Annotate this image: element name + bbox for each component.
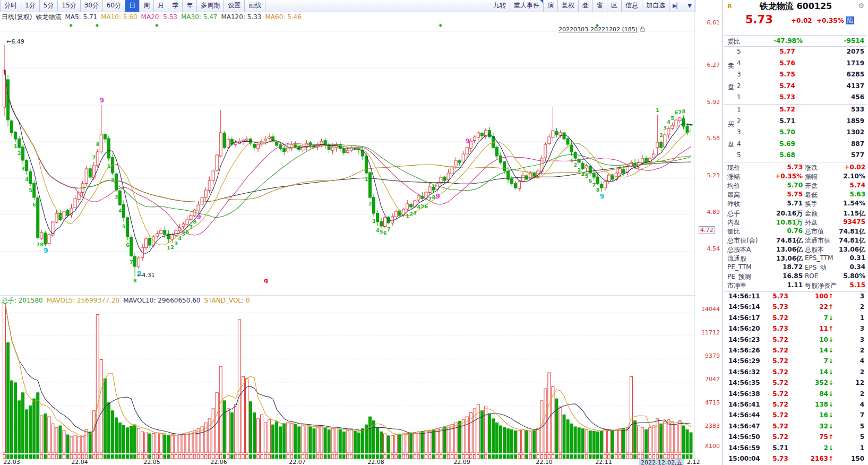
tick-time: 14:56:35 [728,379,760,386]
toolbar-period-季[interactable]: 季 [168,0,183,12]
toolbar-tool-演[interactable]: 演 [544,0,558,12]
tick-row: 14:56:295.727↓4 [723,357,868,368]
toolbar-period-多周期[interactable]: 多周期 [197,0,224,12]
tick-count: 2 [860,390,864,398]
price-chart[interactable]: 1234567897891234567891234567891234567123… [0,21,694,289]
svg-text:6: 6 [589,178,592,184]
stat-row: 均价5.70开盘5.74 [723,182,868,191]
buy-price: 5.72 [774,106,801,113]
stat-value: 5.70 [754,182,803,189]
date-range-label[interactable]: 20220303-20221202 (185) [558,26,646,33]
tick-price: 5.73 [769,303,792,311]
tick-price: 5.72 [769,357,792,365]
toolbar-period-5分[interactable]: 5分 [40,0,58,12]
tick-price: 5.72 [769,379,792,386]
volume-chart[interactable] [0,304,694,454]
toolbar-period-周[interactable]: 周 [140,0,154,12]
level-number: 2 [737,117,744,125]
tick-count: 2 [860,303,864,311]
buy-row-3[interactable]: 35.701302 [723,128,868,140]
buy-row-1[interactable]: 15.72533 [723,106,868,117]
svg-text:6: 6 [674,109,678,115]
volume-axis-label: X100 [695,443,720,450]
x-axis-label: 22.04 [69,459,90,465]
svg-text:9: 9 [44,247,48,254]
buy-row-5[interactable]: 55.68577 [723,151,868,162]
panel-divider [724,35,866,36]
svg-text:9: 9 [600,193,604,200]
gear-icon[interactable]: ⚙ [858,2,864,10]
toolbar-tool-叠[interactable]: 叠 [579,0,593,12]
weibi-label: 委比 [727,37,740,46]
tick-row: 14:56:355.72352↓12 [723,379,868,390]
ma-label: MA60: 5.46 [265,13,301,21]
toolbar-tool-重大事件[interactable]: 重大事件 [510,0,544,12]
x-axis-label: 2.12 [687,459,700,465]
stat-row: 昨收5.71换手1.54% [723,200,868,209]
toolbar-period-分时[interactable]: 分时 [0,0,21,12]
stat-label: 流通股 [727,254,746,263]
toolbar-period-设置[interactable]: 设置 [224,0,245,12]
date-range-text: 20220303-20221202 (185) [558,26,638,33]
level-number: 4 [737,140,744,148]
lock-icon[interactable] [640,26,646,32]
stat-value: 5.73 [754,163,803,171]
toolbar-period-60分[interactable]: 60分 [103,0,125,12]
tick-volume: 10↓ [792,336,833,343]
toolbar-tool-九转[interactable]: 九转 [489,0,510,12]
down-arrow-icon: ↓ [828,423,833,430]
tick-row: 14:56:175.727↓1 [723,314,868,325]
svg-text:3: 3 [174,240,178,246]
sell-row-4[interactable]: 45.761719 [723,59,868,71]
ma-label: 铁龙物流 [36,13,61,21]
time-sales-list[interactable]: 14:56:115.73100↑314:56:145.7322↑214:56:1… [723,292,868,465]
stat-label: 总市值 [805,227,824,236]
stat-label: 外盘 [805,218,818,227]
toolbar-period-月[interactable]: 月 [154,0,168,12]
svg-text:8: 8 [596,187,600,193]
toolbar-tool-复权[interactable]: 复权 [558,0,579,12]
jump-to-end-icon[interactable]: ▶▏ [669,0,684,12]
tick-price: 5.72 [769,401,792,408]
stat-row: 总手20.16万金额1.15亿 [723,209,868,218]
x-axis-selected-date[interactable]: 2022-12-02,五 [639,459,684,465]
svg-text:7: 7 [130,259,133,265]
toolbar-period-日[interactable]: 日 [125,0,140,12]
toolbar-period-1分[interactable]: 1分 [21,0,40,12]
buy-row-4[interactable]: 45.69887 [723,140,868,151]
sell-row-2[interactable]: 25.744137 [723,82,868,93]
stat-value: 16.85 [754,272,803,280]
svg-text:6: 6 [126,242,130,248]
svg-text:8: 8 [133,278,137,283]
stat-label: 昨收 [727,200,740,209]
sell-row-5[interactable]: 55.772075 [723,48,868,59]
toolbar-tool-加自选[interactable]: 加自选 [642,0,669,12]
toolbar-tool-信息[interactable]: 信息 [622,0,642,12]
tick-count: 7 [860,411,864,419]
svg-text:5: 5 [122,223,126,229]
up-arrow-icon: ↑ [828,292,833,300]
stat-label: 换手 [805,200,818,209]
queue-side-label: 盘 [728,83,734,92]
toolbar-period-年[interactable]: 年 [183,0,197,12]
tick-volume: 22↑ [792,303,833,311]
stat-value: 93475 [843,218,865,226]
buy-row-2[interactable]: 25.711859 [723,117,868,128]
toolbar-period-画线[interactable]: 画线 [245,0,265,12]
stat-label: 涨幅 [727,173,740,182]
toolbar-period-30分[interactable]: 30分 [81,0,103,12]
sell-row-1[interactable]: 15.73456 [723,93,868,105]
stat-value: 5.71 [754,200,803,207]
toolbar-tool-窗[interactable]: 窗 [593,0,607,12]
toolbar-period-15分[interactable]: 15分 [58,0,80,12]
stat-label: 量比 [727,227,740,236]
stat-label: EPS_动 [805,263,826,272]
tick-count: 4 [860,401,864,408]
tick-volume: 7↓ [792,314,833,322]
tick-row: 14:56:385.7284↓2 [723,390,868,401]
volume-ma-label: STAND_VOL: 0 [204,297,250,304]
weibi-pct: -47.98% [774,37,803,45]
toolbar-tool-区[interactable]: 区 [607,0,622,12]
tick-volume: 138↓ [792,401,833,408]
sell-row-3[interactable]: 35.756285 [723,71,868,82]
